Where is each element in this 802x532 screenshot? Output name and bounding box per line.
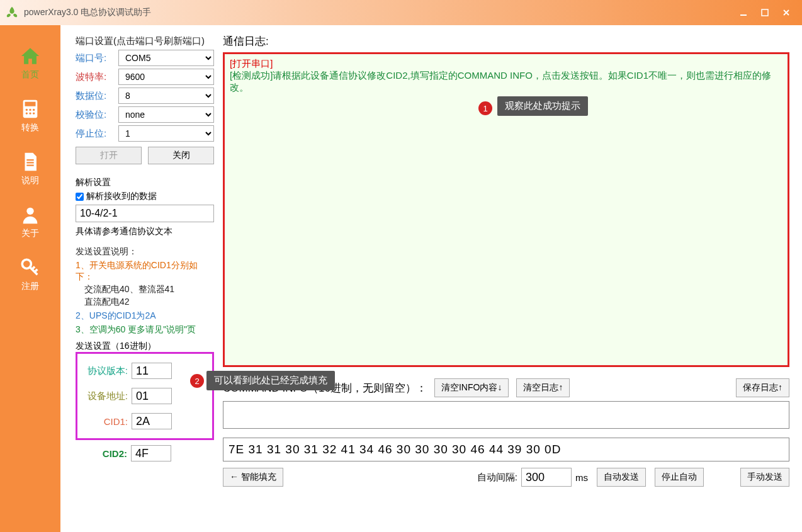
document-icon xyxy=(20,151,41,173)
hex-output[interactable] xyxy=(223,438,789,461)
sidebar-item-home[interactable]: 首页 xyxy=(0,37,60,89)
auto-interval-input[interactable] xyxy=(521,468,572,487)
annotation-badge-1: 1 xyxy=(478,101,492,115)
sidebar-item-manual[interactable]: 说明 xyxy=(0,142,60,195)
key-icon xyxy=(20,257,41,278)
parity-select[interactable]: none xyxy=(118,106,214,123)
parse-heading: 解析设置 xyxy=(76,177,214,188)
cid1-label: CID1: xyxy=(82,416,132,427)
svg-rect-0 xyxy=(740,14,747,16)
maximize-button[interactable] xyxy=(754,0,776,25)
databits-select[interactable]: 8 xyxy=(118,88,214,104)
parse-checkbox[interactable] xyxy=(76,193,84,201)
stopbits-select[interactable]: 1 xyxy=(118,125,214,142)
annotation-tip-1: 观察此处成功提示 xyxy=(497,96,588,116)
svg-rect-3 xyxy=(25,102,36,106)
smart-fill-button[interactable]: ← 智能填充 xyxy=(223,468,283,487)
send-desc-line1b1: 交流配电40、整流器41 xyxy=(84,284,214,295)
send-desc-line2: 2、UPS的CID1为2A xyxy=(76,310,214,322)
svg-point-5 xyxy=(29,109,31,111)
sidebar-item-label: 转换 xyxy=(0,122,60,133)
baud-select[interactable]: 9600 xyxy=(118,69,214,85)
open-port-button[interactable]: 打开 xyxy=(76,147,142,164)
svg-point-7 xyxy=(26,112,28,114)
save-log-button[interactable]: 保存日志↑ xyxy=(736,378,789,397)
send-desc-heading: 发送设置说明： xyxy=(76,246,214,258)
proto-version-input[interactable] xyxy=(132,363,172,379)
sidebar-item-convert[interactable]: 转换 xyxy=(0,89,60,142)
parse-format-input[interactable] xyxy=(76,205,214,222)
sidebar-item-about[interactable]: 关于 xyxy=(0,195,60,248)
log-line-open: [打开串口] xyxy=(230,58,782,70)
close-button[interactable] xyxy=(776,0,797,25)
close-port-button[interactable]: 关闭 xyxy=(148,147,214,164)
device-addr-input[interactable] xyxy=(132,388,172,404)
auto-send-button[interactable]: 自动发送 xyxy=(597,468,646,487)
auto-interval-label: 自动间隔: xyxy=(477,472,517,484)
svg-point-9 xyxy=(33,112,35,114)
svg-point-10 xyxy=(26,208,33,215)
log-heading: 通信日志: xyxy=(223,34,789,48)
send-settings-label: 发送设置（16进制） xyxy=(76,341,214,352)
clear-info-button[interactable]: 清空INFO内容↓ xyxy=(434,378,509,397)
minimize-button[interactable] xyxy=(733,0,754,25)
sidebar-item-label: 关于 xyxy=(0,228,60,239)
calculator-icon xyxy=(20,98,41,120)
cid2-input[interactable] xyxy=(131,445,171,461)
stopbits-label: 停止位: xyxy=(76,128,118,140)
window-title: powerXray3.0 电总协议调试助手 xyxy=(24,7,733,18)
cid1-input[interactable] xyxy=(132,413,172,429)
annotation-tip-2: 可以看到此处已经完成填充 xyxy=(206,371,335,390)
proto-version-label: 协议版本: xyxy=(82,365,132,377)
port-select[interactable]: COM5 xyxy=(118,50,214,66)
titlebar: powerXray3.0 电总协议调试助手 xyxy=(0,0,802,25)
parse-hint: 具体请参考通信协议文本 xyxy=(76,226,214,237)
auto-interval-unit: ms xyxy=(575,472,588,483)
hex-settings-box: 协议版本: 设备地址: CID1: xyxy=(76,352,214,440)
cid2-label: CID2: xyxy=(82,448,131,459)
user-icon xyxy=(20,204,41,225)
svg-point-4 xyxy=(26,109,28,111)
sidebar-item-label: 说明 xyxy=(0,175,60,186)
port-settings-heading: 端口设置(点击端口号刷新端口) xyxy=(76,35,214,47)
annotation-badge-2: 2 xyxy=(190,374,204,388)
sidebar: 首页 转换 说明 关于 注册 xyxy=(0,25,60,532)
parse-checkbox-label[interactable]: 解析接收到的数据 xyxy=(76,191,214,202)
baud-label: 波特率: xyxy=(76,71,118,83)
svg-rect-1 xyxy=(762,9,768,16)
log-line-ok: [检测成功]请根据此设备通信协议修改CID2,填写指定的COMMAND INFO… xyxy=(230,70,782,94)
home-icon xyxy=(20,45,41,67)
databits-label: 数据位: xyxy=(76,90,118,102)
sidebar-item-label: 首页 xyxy=(0,69,60,81)
svg-point-8 xyxy=(29,112,31,114)
manual-send-button[interactable]: 手动发送 xyxy=(740,468,789,487)
svg-point-6 xyxy=(33,109,35,111)
stop-auto-button[interactable]: 停止自动 xyxy=(655,468,704,487)
parity-label: 校验位: xyxy=(76,109,118,121)
port-label: 端口号: xyxy=(76,52,118,64)
clear-log-button[interactable]: 清空日志↑ xyxy=(516,378,570,397)
send-desc-line1: 1、开关电源系统的CID1分别如下： xyxy=(76,260,214,283)
sidebar-item-label: 注册 xyxy=(0,281,60,292)
sidebar-item-register[interactable]: 注册 xyxy=(0,248,60,301)
command-info-input[interactable] xyxy=(223,401,789,429)
device-addr-label: 设备地址: xyxy=(82,390,132,402)
app-logo-icon xyxy=(5,6,19,20)
send-desc-line1b2: 直流配电42 xyxy=(84,297,214,308)
send-desc-line3: 3、空调为60 更多请见"说明"页 xyxy=(76,324,214,336)
